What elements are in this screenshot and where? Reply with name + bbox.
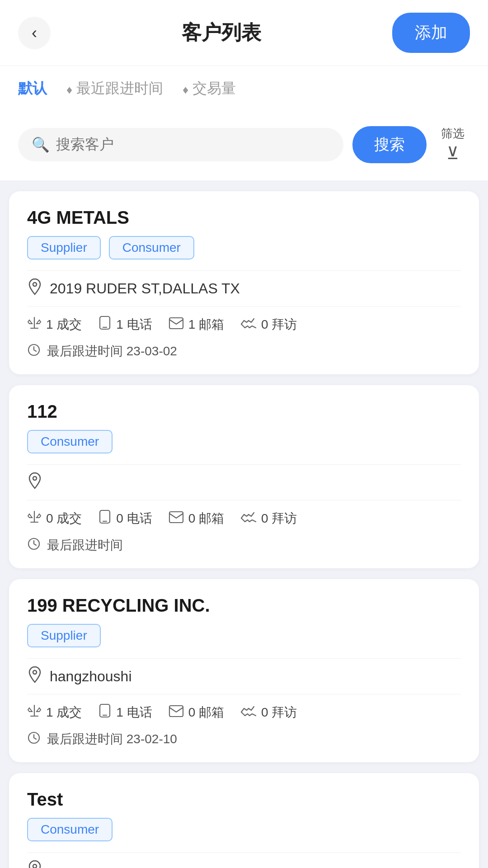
tag-consumer: Consumer (27, 818, 113, 841)
location-icon (27, 278, 42, 299)
svg-rect-6 (169, 512, 183, 523)
filter-button[interactable]: 筛选 ⊻ (436, 122, 470, 167)
clock-icon (27, 537, 41, 554)
address-text: 2019 RUDER ST,DALLAS TX (50, 280, 240, 297)
sort-recent[interactable]: ⬧ 最近跟进时间 (65, 79, 163, 99)
add-button[interactable]: 添加 (392, 13, 470, 53)
stat-item: 1 成交 (27, 316, 82, 334)
back-icon: ‹ (32, 24, 37, 42)
search-row: 🔍 搜索 筛选 ⊻ (0, 111, 488, 180)
stat-icon (240, 510, 257, 527)
tag-row: Consumer (27, 818, 461, 841)
stat-icon (169, 704, 184, 721)
search-box: 🔍 (18, 128, 343, 161)
filter-label: 筛选 (441, 126, 465, 142)
customer-card[interactable]: 199 RECYCLING INC.Supplier hangzhoushi1 … (9, 579, 479, 762)
customer-list: 4G METALSSupplierConsumer 2019 RUDER ST,… (0, 180, 488, 868)
customer-name: Test (27, 789, 461, 810)
stat-text: 0 拜访 (261, 704, 297, 721)
stat-icon (98, 316, 112, 334)
tag-supplier: Supplier (27, 624, 101, 647)
customer-card[interactable]: 4G METALSSupplierConsumer 2019 RUDER ST,… (9, 191, 479, 374)
location-icon (27, 472, 42, 493)
stat-text: 1 电话 (116, 316, 152, 333)
address-row (27, 860, 461, 868)
last-follow-row: 最后跟进时间 23-03-02 (27, 343, 461, 360)
stats-row: 1 成交1 电话0 邮箱0 拜访 (27, 703, 461, 725)
address-row (27, 472, 461, 493)
stat-text: 0 拜访 (261, 510, 297, 527)
stat-text: 1 成交 (46, 704, 82, 721)
stat-item: 0 邮箱 (169, 704, 224, 721)
filter-icon: ⊻ (446, 143, 459, 163)
stat-icon (98, 703, 112, 722)
sort-default[interactable]: 默认 (18, 79, 47, 99)
stat-text: 0 电话 (116, 510, 152, 527)
svg-rect-2 (169, 318, 183, 329)
svg-point-4 (33, 476, 37, 480)
stat-text: 0 邮箱 (188, 510, 224, 527)
sort-bar: 默认 ⬧ 最近跟进时间 ⬧ 交易量 (0, 66, 488, 111)
tag-row: Supplier (27, 624, 461, 647)
stat-text: 1 电话 (116, 704, 152, 721)
stat-icon (98, 509, 112, 528)
stat-icon (27, 316, 42, 334)
tag-consumer: Consumer (109, 236, 194, 259)
clock-icon (27, 343, 41, 360)
stat-item: 0 拜访 (240, 704, 297, 721)
tag-consumer: Consumer (27, 430, 113, 453)
stat-text: 0 成交 (46, 510, 82, 527)
stat-icon (240, 704, 257, 721)
clock-icon (27, 731, 41, 748)
svg-point-12 (33, 864, 37, 868)
customer-name: 4G METALS (27, 208, 461, 228)
page-title: 客户列表 (182, 19, 261, 46)
customer-name: 199 RECYCLING INC. (27, 595, 461, 616)
last-follow-row: 最后跟进时间 23-02-10 (27, 731, 461, 748)
stat-text: 1 成交 (46, 316, 82, 333)
search-icon: 🔍 (32, 136, 50, 153)
svg-rect-10 (169, 706, 183, 717)
address-text: hangzhoushi (50, 668, 131, 685)
tag-supplier: Supplier (27, 236, 101, 259)
stat-icon (169, 510, 184, 527)
stat-item: 0 拜访 (240, 510, 297, 527)
last-follow-text: 最后跟进时间 (47, 537, 123, 554)
stat-item: 0 拜访 (240, 316, 297, 333)
stat-text: 1 邮箱 (188, 316, 224, 333)
stat-text: 0 邮箱 (188, 704, 224, 721)
sort-recent-arrow: ⬧ (65, 80, 74, 97)
sort-recent-label: 最近跟进时间 (76, 79, 163, 99)
stat-item: 1 电话 (98, 316, 152, 334)
address-row: hangzhoushi (27, 666, 461, 687)
last-follow-row: 最后跟进时间 (27, 537, 461, 554)
stat-item: 0 邮箱 (169, 510, 224, 527)
location-icon (27, 860, 42, 868)
stat-item: 1 电话 (98, 703, 152, 722)
stat-icon (27, 509, 42, 528)
address-row: 2019 RUDER ST,DALLAS TX (27, 278, 461, 299)
sort-volume[interactable]: ⬧ 交易量 (181, 79, 236, 99)
last-follow-text: 最后跟进时间 23-02-10 (47, 731, 177, 748)
stat-text: 0 拜访 (261, 316, 297, 333)
header: ‹ 客户列表 添加 (0, 0, 488, 66)
customer-card[interactable]: TestConsumer (9, 773, 479, 868)
location-icon (27, 666, 42, 687)
stat-icon (169, 316, 184, 333)
last-follow-text: 最后跟进时间 23-03-02 (47, 343, 177, 360)
stat-icon (27, 703, 42, 722)
back-button[interactable]: ‹ (18, 17, 51, 49)
stat-item: 0 成交 (27, 509, 82, 528)
customer-card[interactable]: 112Consumer 0 成交0 电话0 邮箱0 拜访最后跟进时间 (9, 385, 479, 568)
stats-row: 1 成交1 电话1 邮箱0 拜访 (27, 316, 461, 337)
svg-point-0 (33, 283, 37, 286)
search-button[interactable]: 搜索 (352, 126, 427, 163)
stats-row: 0 成交0 电话0 邮箱0 拜访 (27, 509, 461, 531)
svg-point-8 (33, 670, 37, 674)
tag-row: SupplierConsumer (27, 236, 461, 259)
sort-volume-label: 交易量 (192, 79, 236, 99)
stat-item: 0 电话 (98, 509, 152, 528)
search-input[interactable] (56, 136, 330, 153)
stat-item: 1 成交 (27, 703, 82, 722)
stat-item: 1 邮箱 (169, 316, 224, 333)
